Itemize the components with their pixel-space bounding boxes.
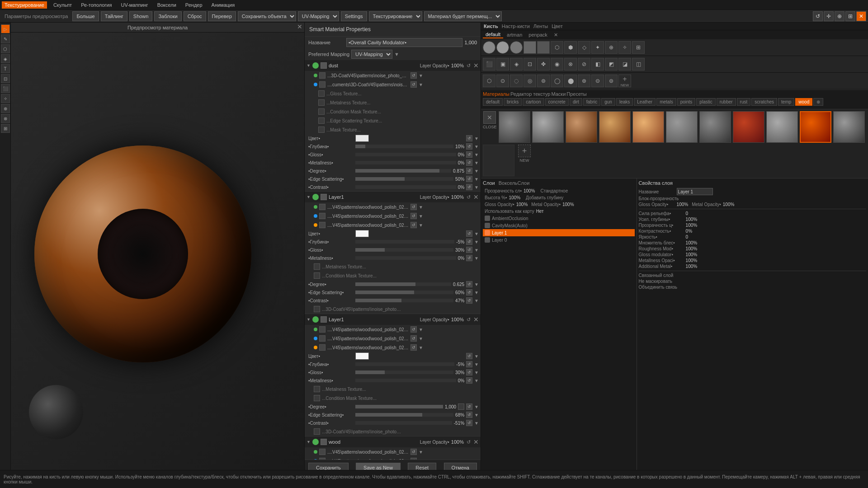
topbar-sculpt[interactable]: Скульпт xyxy=(51,1,75,9)
sm-name-input[interactable] xyxy=(346,38,462,47)
lt-icon-6[interactable]: ⬛ xyxy=(1,84,10,93)
layer-eye-1b[interactable] xyxy=(312,316,319,323)
mat-item-5[interactable] xyxy=(666,111,698,143)
rp-nastr-label[interactable]: Настр-кисти xyxy=(502,23,530,29)
tex-1b-reset-2[interactable]: ↺ xyxy=(410,344,417,351)
prop-reset-dust-metal[interactable]: ↺ xyxy=(466,160,472,166)
tex-1a-reset-2[interactable]: ↺ xyxy=(410,222,417,228)
prop-reset-1a-gloss[interactable]: ↺ xyxy=(466,247,472,253)
mat-tab-dirt[interactable]: dirt xyxy=(570,98,582,106)
tex-1a-reset-0[interactable]: ↺ xyxy=(410,204,417,210)
brush-icon-6[interactable]: ⬢ xyxy=(564,41,577,54)
brush-icon-20[interactable]: ◧ xyxy=(591,58,604,70)
mat-item-8[interactable] xyxy=(766,111,798,143)
topbar-texturing[interactable]: Текстурирование xyxy=(2,1,47,9)
prop-reset-1b-gloss[interactable]: ↺ xyxy=(466,369,472,375)
topbar-anim[interactable]: Анимация xyxy=(209,1,238,9)
prop-reset-1a-contrast[interactable]: ↺ xyxy=(466,297,472,304)
prop-reset-1b-degree[interactable]: ↺ xyxy=(466,404,472,410)
lt-icon-9[interactable]: ⊗ xyxy=(1,114,10,123)
layer-close-1a[interactable]: ✕ xyxy=(473,194,479,200)
color-swatch-1a[interactable] xyxy=(355,230,369,237)
layer-settings-dust[interactable] xyxy=(321,62,327,69)
prop-reset-1a-metal[interactable]: ↺ xyxy=(466,255,472,261)
prop-reset-1b-contrast[interactable]: ↺ xyxy=(466,420,472,426)
mat-tab-bricks[interactable]: bricks xyxy=(504,98,522,106)
brush-tab-artman[interactable]: artman xyxy=(504,32,525,38)
mat-item-3[interactable] xyxy=(599,111,631,143)
lt-icon-1[interactable]: ✎ xyxy=(1,34,10,43)
mat-tab-rust[interactable]: rust xyxy=(737,98,751,106)
brush-icon-12[interactable]: ⬛ xyxy=(483,58,495,70)
mat-label-presets[interactable]: Пресеты xyxy=(566,91,586,97)
mat-label-editor[interactable]: Редактор текстур xyxy=(510,91,551,97)
tex-wood-reset-0[interactable]: ↺ xyxy=(410,449,417,455)
mat-tab-leaks[interactable]: leaks xyxy=(616,98,633,106)
prop-reset-1b-depth[interactable]: ↺ xyxy=(466,361,472,367)
btn-perever[interactable]: Перевер xyxy=(208,11,236,21)
btn-sbros[interactable]: Сброс xyxy=(184,11,206,21)
brush-icon-32[interactable]: ⊝ xyxy=(591,75,604,87)
brush-icon-1[interactable] xyxy=(496,41,509,54)
btn-bolshe[interactable]: Больше xyxy=(72,11,99,21)
brush-tab-default[interactable]: default xyxy=(483,31,503,38)
brush-icon-18[interactable]: ⊗ xyxy=(564,58,577,70)
layer-0-item[interactable]: Layer 0 xyxy=(483,236,635,244)
layer-close-dust[interactable]: ✕ xyxy=(473,62,479,69)
chevron-wood[interactable]: ▼ xyxy=(307,440,311,444)
layers-tab[interactable]: Слои xyxy=(483,180,495,186)
brush-icon-16[interactable]: ✤ xyxy=(537,58,550,70)
brush-icon-33[interactable]: ⊜ xyxy=(605,75,618,87)
rp-cvet-label[interactable]: Цвет xyxy=(552,23,563,29)
brush-icon-3[interactable] xyxy=(524,41,536,54)
new-brush-btn[interactable]: +NEW xyxy=(618,75,631,87)
brush-icon-21[interactable]: ◩ xyxy=(605,58,618,70)
layer-eye-dust[interactable] xyxy=(312,62,319,69)
close-toolbar-icon[interactable]: ✕ xyxy=(856,11,866,21)
lt-icon-3[interactable]: ◈ xyxy=(1,54,10,63)
mat-tab-points[interactable]: points xyxy=(677,98,696,106)
lt-icon-10[interactable]: ⊞ xyxy=(1,124,10,133)
mat-item-2[interactable] xyxy=(566,111,597,143)
prop-reset-1a-depth[interactable]: ↺ xyxy=(466,239,472,245)
mat-tab-leather[interactable]: Leather xyxy=(634,98,656,106)
prop-reset-dust-gloss[interactable]: ↺ xyxy=(466,151,472,158)
prop-reset-dust-degree[interactable]: ↺ xyxy=(466,168,472,174)
layer-eye-wood[interactable] xyxy=(312,439,319,445)
brush-icon-31[interactable]: ⊛ xyxy=(578,75,590,87)
rp-lenty-label[interactable]: Ленты xyxy=(533,23,548,29)
brush-icon-27[interactable]: ◎ xyxy=(524,75,536,87)
layer-reset-1b[interactable]: ↺ xyxy=(466,317,472,323)
topbar-render[interactable]: Рендер xyxy=(183,1,205,9)
mat-tab-scratches[interactable]: scratches xyxy=(751,98,777,106)
layer-close-wood[interactable]: ✕ xyxy=(473,439,479,445)
brush-tab-penpack[interactable]: penpack xyxy=(526,32,550,38)
brush-icon-10[interactable]: ✧ xyxy=(618,41,631,54)
mat-item-10[interactable] xyxy=(833,111,865,143)
brush-icon-22[interactable]: ◪ xyxy=(618,58,631,70)
brush-icon-11[interactable]: ⊞ xyxy=(632,41,645,54)
tex-1b-reset-1[interactable]: ↺ xyxy=(410,335,417,342)
mat-tab-default[interactable]: default xyxy=(483,98,503,106)
move-icon[interactable]: ✛ xyxy=(824,11,834,21)
mat-tab-metals[interactable]: metals xyxy=(656,98,676,106)
brush-icon-4[interactable] xyxy=(537,41,550,54)
sm-preferred-select[interactable]: UV-Mapping xyxy=(351,50,392,59)
brush-icon-23[interactable]: ◫ xyxy=(632,58,645,70)
brush-icon-30[interactable]: ⬤ xyxy=(564,75,577,87)
prop-reset-1a-edge[interactable]: ↺ xyxy=(466,289,472,296)
ambient-vis[interactable] xyxy=(485,216,490,221)
brush-icon-2[interactable] xyxy=(510,41,523,54)
mat-tab-fabric[interactable]: fabric xyxy=(583,98,600,106)
prop-reset-1b-metal[interactable]: ↺ xyxy=(466,377,472,384)
mat-tab-wood[interactable]: wood xyxy=(795,98,812,106)
mat-tab-rubber[interactable]: rubber xyxy=(717,98,736,106)
lp-name-input[interactable] xyxy=(677,188,713,195)
layer-eye-1a[interactable] xyxy=(312,194,319,200)
layer-reset-wood[interactable]: ↺ xyxy=(466,439,472,445)
btn-settings[interactable]: Settings xyxy=(341,11,367,21)
arrows-icon[interactable]: ⊞ xyxy=(845,11,855,21)
mat-tab-plastic[interactable]: plastic xyxy=(696,98,715,106)
mat-tab-add[interactable]: ⊕ xyxy=(813,98,823,106)
mat-tab-gun[interactable]: gun xyxy=(601,98,615,106)
